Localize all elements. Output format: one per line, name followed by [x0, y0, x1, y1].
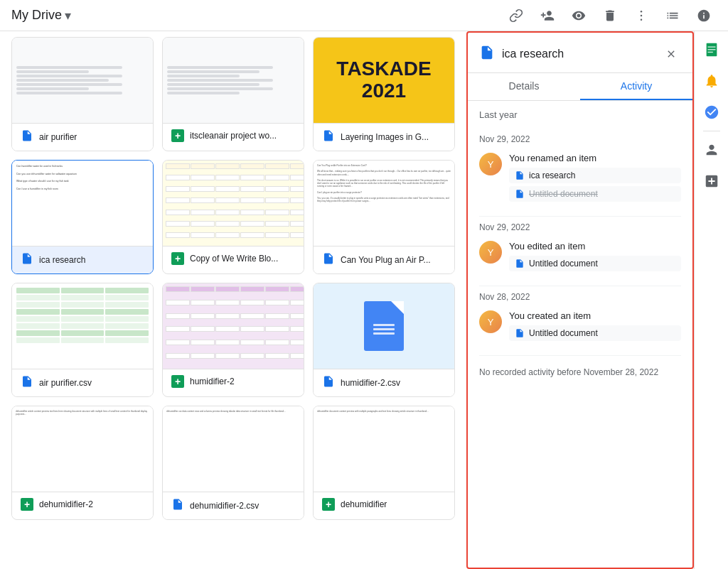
- side-panel: ica research Details Activity Last year …: [466, 31, 694, 569]
- add-icon: [704, 173, 719, 189]
- drive-dropdown-icon[interactable]: ▾: [65, 8, 71, 23]
- file-card-selected[interactable]: Can humidifier water be used in fish tan…: [11, 160, 154, 274]
- list-icon: [665, 9, 680, 23]
- file-name: Copy of We Write Blo...: [190, 254, 295, 264]
- gdoc-file-icon: [171, 498, 184, 514]
- preview-icon: [572, 9, 586, 23]
- tasks-icon: [704, 104, 719, 120]
- tasks-button[interactable]: [699, 99, 724, 125]
- file-card[interactable]: Can You Plug an Air Purifier into an Ext…: [313, 160, 455, 274]
- file-name: humidifier-2.csv: [341, 378, 446, 388]
- preview-button[interactable]: [566, 3, 592, 28]
- panel-header: ica research: [468, 33, 692, 73]
- avatar: Y: [479, 310, 502, 333]
- activity-text: You edited an item: [509, 241, 681, 251]
- file-card[interactable]: + Copy of We Write Blo...: [162, 160, 304, 274]
- doc-line: [167, 83, 259, 86]
- doc-line: [167, 75, 240, 77]
- contacts-button[interactable]: [699, 137, 724, 163]
- avatar: Y: [479, 241, 502, 264]
- more-icon: [634, 9, 648, 23]
- gdoc-file-icon: [21, 129, 33, 145]
- link-button[interactable]: [503, 3, 529, 28]
- activity-body: You edited an item Untitled document: [509, 241, 681, 271]
- link-icon: [509, 9, 523, 23]
- sheets-icon: [704, 42, 719, 58]
- gdoc-file-icon: [322, 375, 335, 391]
- file-preview: Can You Plug an Air Purifier into an Ext…: [314, 161, 454, 246]
- file-name: Layering Images in G...: [341, 132, 446, 142]
- spreadsheet-thumbnail: [163, 283, 304, 369]
- info-icon: [697, 9, 711, 23]
- activity-actor: You: [509, 241, 525, 251]
- activity-date: Nov 28, 2022: [468, 286, 692, 305]
- file-card[interactable]: dehumidifier csv data content rows and c…: [162, 406, 304, 520]
- file-card[interactable]: air purifier: [11, 37, 154, 151]
- file-icon: [515, 189, 525, 199]
- doc-line: [167, 92, 240, 94]
- doc-line: [167, 87, 273, 90]
- file-card[interactable]: + itscleanair project wo...: [162, 37, 304, 151]
- add-person-button[interactable]: [535, 3, 560, 28]
- activity-actor: You: [509, 153, 525, 163]
- activity-body: You created an item Untitled document: [509, 310, 681, 341]
- add-person-icon: [540, 9, 555, 23]
- doc-line: [16, 66, 122, 69]
- doc-thumbnail: dehumidifier article content preview tex…: [12, 406, 153, 492]
- gdoc-file-icon: [21, 375, 33, 391]
- file-card[interactable]: TASKADE2021 Layering Images in G...: [313, 37, 455, 151]
- doc-thumbnail: dehumidifier csv data content rows and c…: [163, 406, 304, 492]
- file-name: Can You Plug an Air P...: [341, 255, 446, 265]
- activity-file-name: ica research: [529, 170, 575, 180]
- plus-file-icon: +: [21, 498, 33, 511]
- file-footer: air purifier: [12, 123, 153, 151]
- doc-line: [16, 92, 122, 94]
- taskade-text: TASKADE2021: [336, 58, 431, 102]
- avatar: Y: [479, 153, 502, 175]
- doc-thumbnail: Can You Plug an Air Purifier into an Ext…: [314, 161, 454, 246]
- list-view-button[interactable]: [660, 3, 685, 28]
- tab-activity[interactable]: Activity: [580, 73, 692, 100]
- activity-file: Untitled document: [509, 325, 681, 341]
- file-footer: dehumidifier-2.csv: [163, 492, 304, 519]
- right-sidebar: [694, 31, 728, 569]
- file-footer: Layering Images in G...: [314, 123, 454, 151]
- taskade-thumbnail: TASKADE2021: [314, 38, 454, 123]
- activity-period-label: Last year: [479, 109, 681, 120]
- activity-actor: You: [509, 310, 525, 321]
- file-footer: + itscleanair project wo...: [163, 123, 304, 148]
- panel-close-button[interactable]: [661, 44, 681, 64]
- file-card[interactable]: dehumidifier document content preview wi…: [313, 406, 455, 520]
- doc-line: [167, 79, 273, 82]
- file-card[interactable]: + humidifier-2: [162, 283, 304, 397]
- activity-period-section: Last year: [468, 101, 692, 129]
- file-card[interactable]: humidifier-2.csv: [313, 283, 455, 397]
- add-app-button[interactable]: [699, 168, 724, 194]
- activity-group: Nov 29, 2022 Y You edited an item Untitl…: [468, 217, 692, 286]
- header-left: My Drive ▾: [11, 8, 71, 23]
- close-icon: [665, 48, 677, 60]
- more-button[interactable]: [628, 3, 654, 28]
- plus-file-icon: +: [171, 252, 184, 265]
- no-activity-note: No recorded activity before November 28,…: [468, 356, 692, 389]
- activity-file-name: Untitled document: [529, 328, 598, 338]
- file-preview: [163, 283, 304, 369]
- google-sheets-button[interactable]: [699, 37, 724, 63]
- file-icon: [515, 328, 525, 338]
- info-button[interactable]: [691, 3, 717, 28]
- doc-line: [167, 70, 259, 73]
- doc-line: [16, 87, 89, 90]
- main-area: air purifier + itscleanair pro: [0, 31, 728, 569]
- file-card[interactable]: dehumidifier article content preview tex…: [11, 406, 154, 520]
- file-card[interactable]: air purifier.csv: [11, 283, 154, 397]
- file-name: air purifier: [39, 132, 144, 142]
- svg-rect-6: [707, 52, 712, 53]
- gdoc-file-icon: [322, 252, 335, 268]
- delete-icon: [603, 9, 617, 23]
- doc-line: [16, 79, 109, 82]
- notifications-button[interactable]: [699, 68, 724, 94]
- tab-details[interactable]: Details: [468, 73, 580, 100]
- delete-button[interactable]: [597, 3, 623, 28]
- panel-tabs: Details Activity: [468, 73, 692, 101]
- file-footer: humidifier-2.csv: [314, 369, 454, 396]
